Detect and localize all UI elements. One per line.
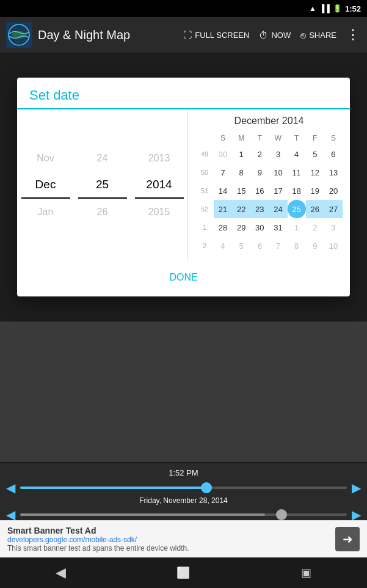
cal-day-22[interactable]: 22 [232,200,250,218]
calendar-section: December 2014 S M T W T F S 49 30 1 [188,109,350,261]
cal-day-6[interactable]: 6 [324,145,343,163]
cal-day-25[interactable]: 25 [288,200,306,218]
cal-day-19[interactable]: 19 [306,182,324,200]
done-button[interactable]: Done [157,267,209,288]
cal-day-14[interactable]: 14 [214,182,232,200]
year-next: 2015 [135,199,184,226]
month-next: Jan [21,199,70,226]
cal-day-4jan[interactable]: 4 [214,237,232,255]
calendar-grid: S M T W T F S 49 30 1 2 3 4 5 6 [195,131,343,255]
timeline-date-fill [20,513,265,516]
cal-day-1[interactable]: 1 [232,145,250,163]
cal-day-27[interactable]: 27 [324,200,343,218]
cal-day-26[interactable]: 26 [306,200,324,218]
now-button[interactable]: ⏱ NOW [259,30,291,40]
toolbar: Day & Night Map ⛶ FULL SCREEN ⏱ NOW ⎋ SH… [0,17,367,53]
cal-day-20[interactable]: 20 [324,182,343,200]
share-button[interactable]: ⎋ SHARE [300,30,336,40]
cal-day-30[interactable]: 30 [250,218,269,237]
dow-fri: F [306,131,324,145]
cal-day-12[interactable]: 12 [306,163,324,182]
battery-icon: 🔋 [333,4,342,13]
banner-desc: This smart banner test ad spans the enti… [7,544,335,553]
nav-bar: ◀ ⬜ ▣ [0,557,367,588]
dialog-title: Set date [17,78,350,109]
week-num-1: 1 [195,218,214,237]
cal-day-24[interactable]: 24 [269,200,287,218]
banner-ad: Smart Banner Test Ad developers.google.c… [0,520,367,557]
cal-day-7jan[interactable]: 7 [269,237,287,255]
wifi-icon: ▲ [309,4,316,13]
cal-day-2[interactable]: 2 [250,145,269,163]
timeline-time-track[interactable] [20,487,347,489]
cal-day-9jan[interactable]: 9 [306,237,324,255]
cal-day-6jan[interactable]: 6 [250,237,269,255]
cal-day-30nov[interactable]: 30 [214,145,232,163]
month-scroll[interactable]: Nov Dec Jan [21,145,70,226]
back-button[interactable]: ◀ [43,560,78,586]
timeline-right-arrow[interactable]: ▶ [352,480,361,495]
recents-button[interactable]: ▣ [289,561,324,584]
timeline-time-row: ◀ ▶ [0,479,367,496]
date-picker-section: Nov Dec Jan 24 25 26 2013 2014 2015 [17,109,350,261]
year-prev: 2013 [135,145,184,172]
banner-url[interactable]: developers.google.com/mobile-ads-sdk/ [7,535,335,544]
timeline-time-thumb[interactable] [201,482,212,493]
share-icon: ⎋ [300,30,306,40]
more-button[interactable]: ⋮ [346,27,361,43]
cal-day-17[interactable]: 17 [269,182,287,200]
status-bar: ▲ ▐▐ 🔋 1:52 [0,0,367,17]
cal-day-13[interactable]: 13 [324,163,343,182]
cal-day-10[interactable]: 10 [269,163,287,182]
now-label: NOW [271,31,291,40]
cal-day-15[interactable]: 15 [232,182,250,200]
cal-day-11[interactable]: 11 [288,163,306,182]
cal-day-31[interactable]: 31 [269,218,287,237]
cal-day-28[interactable]: 28 [214,218,232,237]
banner-title: Smart Banner Test Ad [7,526,335,535]
cal-day-8[interactable]: 8 [232,163,250,182]
toolbar-actions: ⛶ FULL SCREEN ⏱ NOW ⎋ SHARE ⋮ [183,27,361,43]
dow-wed: W [269,131,287,145]
dow-sat: S [324,131,343,145]
timeline-time-fill [20,487,206,489]
cal-day-5jan[interactable]: 5 [232,237,250,255]
month-prev: Nov [21,145,70,172]
cal-day-2jan[interactable]: 2 [306,218,324,237]
week-num-2: 2 [195,237,214,255]
cal-day-23[interactable]: 23 [250,200,269,218]
cal-day-3[interactable]: 3 [269,145,287,163]
week-num-header-spacer [195,131,214,145]
cal-day-21[interactable]: 21 [214,200,232,218]
year-scroll[interactable]: 2013 2014 2015 [135,145,184,226]
timeline-date-thumb[interactable] [276,509,287,520]
day-scroll[interactable]: 24 25 26 [78,145,127,226]
cal-day-16[interactable]: 16 [250,182,269,200]
cal-day-3jan[interactable]: 3 [324,218,343,237]
cal-day-8jan[interactable]: 8 [288,237,306,255]
cal-day-4[interactable]: 4 [288,145,306,163]
cal-day-10jan[interactable]: 10 [324,237,343,255]
cal-day-29[interactable]: 29 [232,218,250,237]
timeline-date-label: Friday, November 28, 2014 [0,496,367,505]
banner-arrow-button[interactable]: ➜ [335,527,360,551]
day-selected: 25 [78,172,127,199]
timeline-date-track[interactable] [20,513,347,516]
banner-text-block: Smart Banner Test Ad developers.google.c… [7,526,335,553]
signal-icon: ▐▐ [319,4,330,13]
timeline-left-arrow[interactable]: ◀ [6,480,15,495]
dialog-actions: Done [17,261,350,296]
share-label: SHARE [309,31,336,40]
cal-day-18[interactable]: 18 [288,182,306,200]
year-selected: 2014 [135,172,184,199]
cal-day-9[interactable]: 9 [250,163,269,182]
home-button[interactable]: ⬜ [164,561,202,584]
scroll-columns: Nov Dec Jan 24 25 26 2013 2014 2015 [17,109,188,261]
cal-day-5[interactable]: 5 [306,145,324,163]
app-logo [6,22,32,48]
cal-day-7[interactable]: 7 [214,163,232,182]
dow-thu: T [288,131,306,145]
fullscreen-label: FULL SCREEN [195,31,249,40]
cal-day-1jan[interactable]: 1 [288,218,306,237]
fullscreen-button[interactable]: ⛶ FULL SCREEN [183,30,249,40]
